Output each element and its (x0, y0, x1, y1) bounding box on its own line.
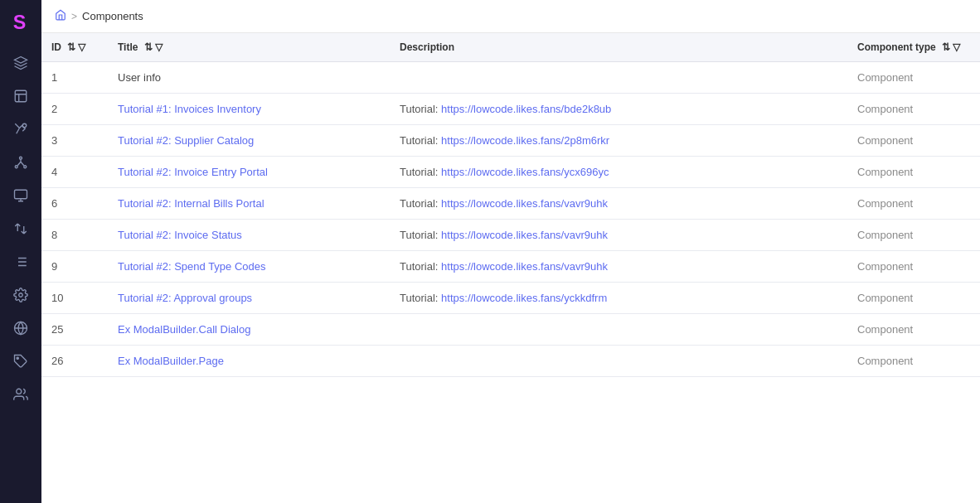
sidebar-item-users[interactable] (4, 380, 37, 409)
id-filter-icon[interactable]: ▽ (78, 41, 85, 53)
sidebar-item-sort[interactable] (4, 214, 37, 244)
breadcrumb-current-page: Components (82, 10, 143, 22)
id-sort-icons[interactable]: ⇅ ▽ (67, 41, 85, 53)
cell-title: Ex ModalBuilder.Call Dialog (108, 314, 390, 346)
cell-id: 25 (41, 314, 108, 346)
cell-title: Tutorial #2: Invoice Entry Portal (108, 157, 390, 188)
svg-point-10 (17, 389, 22, 394)
cell-description: Tutorial: https://lowcode.likes.fans/vav… (390, 251, 847, 283)
cell-title: Tutorial #2: Supplier Catalog (108, 125, 390, 157)
sidebar-item-globe[interactable] (4, 313, 37, 343)
app-logo[interactable]: S (7, 8, 34, 35)
breadcrumb-home[interactable] (55, 9, 66, 23)
sidebar-item-monitor[interactable] (4, 181, 37, 210)
description-link[interactable]: https://lowcode.likes.fans/yckkdfrm (441, 292, 607, 304)
table-row: 9Tutorial #2: Spend Type CodesTutorial: … (41, 251, 980, 283)
table-row: 8Tutorial #2: Invoice StatusTutorial: ht… (41, 220, 980, 251)
col-header-id: ID ⇅ ▽ (41, 33, 108, 62)
svg-point-4 (15, 166, 17, 168)
table-container: ID ⇅ ▽ Title ⇅ ▽ Description (41, 33, 980, 503)
cell-id: 3 (41, 125, 108, 157)
cell-description (390, 314, 847, 346)
cell-component-type: Component (847, 94, 980, 125)
cell-id: 8 (41, 220, 108, 251)
description-link[interactable]: https://lowcode.likes.fans/bde2k8ub (441, 103, 611, 115)
cell-title: User info (108, 62, 390, 94)
title-link[interactable]: Tutorial #2: Internal Bills Portal (118, 197, 264, 210)
cell-component-type: Component (847, 125, 980, 157)
sidebar-item-puzzle[interactable] (4, 346, 37, 376)
title-link[interactable]: Ex ModalBuilder.Call Dialog (118, 323, 250, 336)
cell-id: 2 (41, 94, 108, 125)
svg-point-5 (24, 166, 27, 168)
svg-point-7 (19, 293, 23, 297)
title-link[interactable]: Ex ModalBuilder.Page (118, 355, 224, 367)
cell-description: Tutorial: https://lowcode.likes.fans/vav… (390, 220, 847, 251)
cell-id: 4 (41, 157, 108, 188)
sidebar-item-network[interactable] (4, 148, 37, 177)
svg-rect-1 (15, 90, 27, 102)
sidebar-item-list[interactable] (4, 247, 37, 277)
sidebar-item-components[interactable] (4, 48, 37, 78)
title-filter-icon[interactable]: ▽ (155, 41, 163, 53)
table-row: 26Ex ModalBuilder.PageComponent (41, 346, 980, 377)
cell-component-type: Component (847, 346, 980, 377)
cell-description: Tutorial: https://lowcode.likes.fans/yck… (390, 283, 847, 314)
cell-component-type: Component (847, 283, 980, 314)
description-link[interactable]: https://lowcode.likes.fans/2p8m6rkr (441, 134, 609, 147)
title-sort-icon[interactable]: ⇅ (144, 41, 153, 53)
title-link[interactable]: Tutorial #2: Supplier Catalog (118, 134, 254, 147)
description-link[interactable]: https://lowcode.likes.fans/ycx696yc (441, 166, 609, 178)
cell-title: Ex ModalBuilder.Page (108, 346, 390, 377)
cell-id: 10 (41, 283, 108, 314)
svg-point-3 (20, 157, 22, 159)
sidebar: S (0, 0, 41, 503)
sidebar-item-tool[interactable] (4, 114, 37, 144)
cell-component-type: Component (847, 314, 980, 346)
description-link[interactable]: https://lowcode.likes.fans/vavr9uhk (441, 229, 608, 241)
title-link[interactable]: Tutorial #2: Spend Type Codes (118, 260, 266, 273)
table-header-row: ID ⇅ ▽ Title ⇅ ▽ Description (41, 33, 980, 62)
cell-title: Tutorial #2: Approval groups (108, 283, 390, 314)
cell-component-type: Component (847, 188, 980, 220)
col-header-title: Title ⇅ ▽ (108, 33, 390, 62)
cell-title: Tutorial #2: Spend Type Codes (108, 251, 390, 283)
cell-id: 9 (41, 251, 108, 283)
cell-component-type: Component (847, 220, 980, 251)
col-header-description: Description (390, 33, 847, 62)
id-sort-icon[interactable]: ⇅ (67, 41, 75, 53)
cell-id: 6 (41, 188, 108, 220)
svg-rect-6 (15, 190, 27, 199)
breadcrumb-separator: > (71, 11, 77, 22)
cell-description: Tutorial: https://lowcode.likes.fans/ycx… (390, 157, 847, 188)
cell-description: Tutorial: https://lowcode.likes.fans/bde… (390, 94, 847, 125)
description-link[interactable]: https://lowcode.likes.fans/vavr9uhk (441, 260, 608, 273)
cell-title: Tutorial #2: Invoice Status (108, 220, 390, 251)
col-header-component-type: Component type ⇅ ▽ (847, 33, 980, 62)
cell-component-type: Component (847, 62, 980, 94)
title-sort-icons[interactable]: ⇅ ▽ (144, 41, 163, 53)
type-sort-icon[interactable]: ⇅ (942, 41, 950, 53)
cell-description (390, 346, 847, 377)
type-filter-icon[interactable]: ▽ (953, 41, 960, 53)
cell-component-type: Component (847, 157, 980, 188)
cell-description: Tutorial: https://lowcode.likes.fans/2p8… (390, 125, 847, 157)
cell-title: Tutorial #2: Internal Bills Portal (108, 188, 390, 220)
title-link[interactable]: Tutorial #2: Invoice Entry Portal (118, 166, 268, 178)
svg-text:S: S (13, 12, 27, 33)
table-row: 4Tutorial #2: Invoice Entry PortalTutori… (41, 157, 980, 188)
title-link[interactable]: Tutorial #2: Approval groups (118, 292, 252, 304)
title-link[interactable]: Tutorial #1: Invoices Inventory (118, 103, 261, 115)
table-row: 6Tutorial #2: Internal Bills PortalTutor… (41, 188, 980, 220)
sidebar-item-settings[interactable] (4, 280, 37, 310)
table-row: 25Ex ModalBuilder.Call DialogComponent (41, 314, 980, 346)
title-link[interactable]: Tutorial #2: Invoice Status (118, 229, 242, 241)
table-row: 1User infoComponent (41, 62, 980, 94)
type-sort-icons[interactable]: ⇅ ▽ (942, 41, 960, 53)
components-table: ID ⇅ ▽ Title ⇅ ▽ Description (41, 33, 980, 377)
breadcrumb: > Components (41, 0, 980, 33)
svg-point-2 (22, 123, 27, 128)
sidebar-item-layout[interactable] (4, 81, 37, 111)
table-row: 2Tutorial #1: Invoices InventoryTutorial… (41, 94, 980, 125)
description-link[interactable]: https://lowcode.likes.fans/vavr9uhk (441, 197, 608, 210)
